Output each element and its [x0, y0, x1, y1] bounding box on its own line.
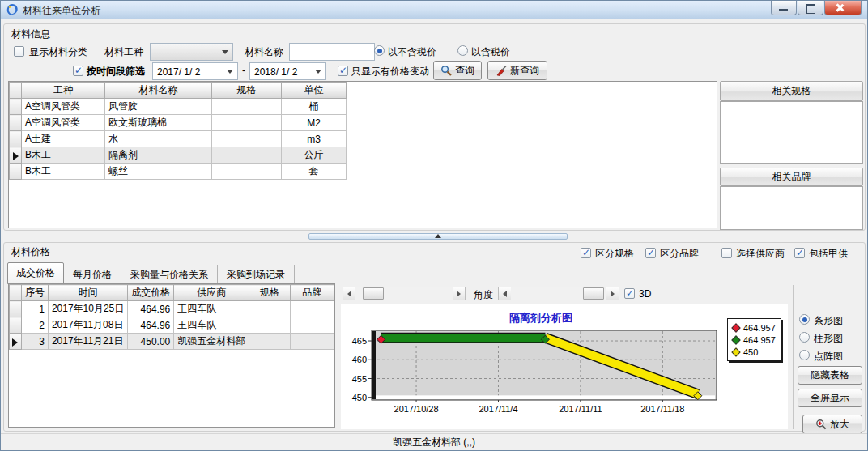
column-header[interactable]: 规格: [249, 285, 290, 301]
table-cell: A空调风管类: [22, 115, 105, 131]
no-tax-radio[interactable]: [374, 45, 385, 56]
query-button[interactable]: 查询: [433, 61, 482, 80]
related-brand-label: 相关品牌: [772, 170, 811, 184]
data-grid: 序号时间成交价格供应商规格品牌12017年10月25日464.96王四车队220…: [9, 284, 334, 350]
scrollbar-thumb[interactable]: [583, 287, 604, 300]
related-spec-list[interactable]: [720, 101, 863, 164]
related-brand-list[interactable]: [720, 186, 863, 230]
hide-table-button[interactable]: 隐藏表格: [798, 366, 862, 385]
column-header[interactable]: 材料名称: [105, 83, 212, 99]
table-row[interactable]: A空调风管类欧文斯玻璃棉M2: [10, 115, 347, 131]
date-to-value: 2018/ 1/ 2: [254, 66, 297, 78]
distinguish-brand-checkbox[interactable]: [645, 248, 656, 258]
scrollbar-thumb[interactable]: [363, 287, 384, 300]
table-cell: 桶: [282, 99, 347, 115]
date-to-combobox[interactable]: 2018/ 1/ 2: [249, 62, 326, 80]
bar-chart-label: 条形图: [814, 314, 843, 328]
related-spec-header[interactable]: 相关规格: [720, 81, 863, 101]
table-cell: B木工: [22, 147, 105, 164]
material-name-label: 材料名称: [245, 45, 283, 59]
column-chart-label: 柱形图: [814, 332, 843, 346]
table-row[interactable]: A土建水m3: [10, 131, 347, 147]
table-cell: 风管胶: [105, 99, 212, 115]
svg-text:2017/10/28: 2017/10/28: [394, 404, 439, 414]
dropdown-arrow-icon[interactable]: [223, 64, 236, 79]
include-owner-supply-checkbox[interactable]: [794, 248, 805, 258]
legend-value: 464.957: [743, 335, 776, 345]
maximize-button[interactable]: [798, 1, 823, 15]
column-chart-radio[interactable]: [799, 332, 810, 343]
table-cell: [212, 115, 282, 131]
legend-item: 450: [733, 346, 776, 358]
column-header[interactable]: 供应商: [174, 285, 249, 301]
new-query-button[interactable]: 新查询: [487, 61, 547, 80]
column-header[interactable]: 时间: [48, 285, 127, 301]
tab-quantity-price[interactable]: 采购量与价格关系: [121, 265, 218, 284]
row-selector: [10, 334, 22, 350]
column-header[interactable]: 品牌: [290, 285, 334, 301]
table-row[interactable]: B木工隔离剂公斤: [10, 147, 347, 164]
3d-checkbox[interactable]: [624, 288, 635, 299]
material-name-input[interactable]: [289, 43, 375, 61]
tab-monthly-price[interactable]: 每月价格: [64, 265, 121, 284]
dropdown-arrow-icon[interactable]: [219, 45, 232, 59]
scroll-left-arrow[interactable]: [343, 287, 355, 300]
column-header[interactable]: 序号: [21, 285, 48, 301]
3d-label: 3D: [639, 288, 651, 300]
window-title: 材料往来单位分析: [23, 4, 100, 18]
price-records-grid: 序号时间成交价格供应商规格品牌12017年10月25日464.96王四车队220…: [8, 283, 335, 428]
table-cell: 隔离剂: [105, 147, 212, 164]
scroll-right-arrow[interactable]: [606, 287, 619, 300]
distinguish-spec-checkbox[interactable]: [581, 248, 591, 258]
related-brand-header[interactable]: 相关品牌: [720, 168, 863, 186]
row-selector-header: [10, 285, 22, 301]
current-row-arrow-icon: [13, 152, 19, 160]
include-owner-supply-label: 包括甲供: [809, 247, 848, 261]
table-row[interactable]: B木工螺丝套: [10, 164, 347, 180]
row-selector: [10, 131, 22, 147]
close-button[interactable]: [824, 1, 862, 15]
table-row[interactable]: A空调风管类风管胶桶: [10, 99, 347, 115]
column-header[interactable]: 规格: [212, 83, 282, 99]
table-row[interactable]: 12017年10月25日464.96王四车队: [10, 301, 334, 317]
column-header[interactable]: 成交价格: [128, 285, 174, 301]
period-filter-checkbox[interactable]: [73, 66, 83, 76]
bar-chart-radio[interactable]: [799, 314, 810, 325]
table-cell: [249, 317, 290, 334]
material-info-group: 材料信息 显示材料分类 材料工种 材料名称 以不含税价 以含税价 按时间段筛选 …: [3, 23, 866, 231]
angle-label: 角度: [474, 288, 493, 302]
column-header[interactable]: 单位: [282, 83, 347, 99]
tab-deal-price[interactable]: 成交价格: [7, 262, 64, 284]
table-row[interactable]: 22017年11月08日464.96王四车队: [10, 317, 334, 334]
zoom-in-label: 放大: [830, 418, 849, 432]
table-cell: [212, 99, 282, 115]
dot-chart-radio[interactable]: [799, 350, 810, 360]
table-cell: [212, 147, 282, 164]
date-from-combobox[interactable]: 2017/ 1/ 2: [152, 62, 238, 80]
angle-scrollbar[interactable]: [498, 287, 619, 300]
zoom-in-button[interactable]: 放大: [802, 415, 862, 434]
table-cell: [249, 334, 290, 350]
minimize-button[interactable]: [771, 1, 797, 15]
legend-item: 464.957: [733, 321, 776, 334]
with-tax-radio[interactable]: [457, 45, 468, 56]
hide-table-label: 隐藏表格: [811, 368, 849, 382]
table-row[interactable]: 32017年11月21日450.00凯强五金材料部: [10, 334, 334, 350]
legend-marker-icon: [731, 335, 740, 344]
select-supplier-checkbox[interactable]: [721, 248, 732, 258]
fullscreen-button[interactable]: 全屏显示: [798, 389, 862, 407]
show-category-checkbox[interactable]: [14, 46, 24, 57]
column-header[interactable]: 工种: [22, 83, 105, 99]
work-type-combobox[interactable]: [150, 43, 233, 61]
tab-arrival-record[interactable]: 采购到场记录: [218, 265, 295, 284]
price-change-only-label: 只显示有价格变动: [351, 65, 429, 79]
dropdown-arrow-icon[interactable]: [312, 64, 325, 79]
scroll-right-arrow[interactable]: [453, 287, 465, 300]
price-change-only-checkbox[interactable]: [338, 66, 348, 76]
show-category-label: 显示材料分类: [29, 45, 87, 59]
splitter-handle[interactable]: [308, 233, 568, 240]
work-type-label: 材料工种: [104, 45, 143, 59]
chart-scrollbar[interactable]: [343, 287, 466, 300]
scroll-left-arrow[interactable]: [499, 287, 511, 300]
svg-text:2017/11/18: 2017/11/18: [640, 404, 684, 414]
